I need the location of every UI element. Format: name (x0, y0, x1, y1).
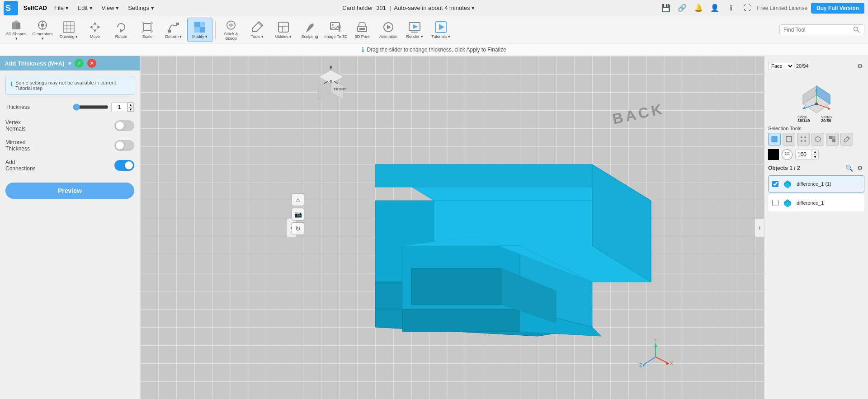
svg-text:Z: Z (639, 363, 642, 368)
sel-paint-btn[interactable] (840, 133, 853, 146)
orientation-cube[interactable]: Edge 38/149 Vertex 20/59 (794, 77, 839, 122)
selection-tools-label: Selection Tools (768, 126, 864, 131)
brush-size-up-button[interactable]: ▲ (812, 150, 818, 155)
menu-settings[interactable]: Settings ▾ (124, 3, 158, 13)
find-tool-input[interactable] (783, 27, 851, 33)
thickness-value-input[interactable] (112, 103, 127, 111)
preview-button[interactable]: Preview (5, 183, 134, 199)
panel-dropdown-arrow[interactable]: ▾ (68, 61, 71, 66)
selection-tools-row (768, 133, 864, 146)
add-connections-slider (114, 160, 134, 171)
panel-body: ℹ Some settings may not be available in … (0, 70, 140, 399)
sel-edge-btn[interactable] (783, 133, 795, 146)
add-connections-toggle[interactable] (114, 160, 134, 171)
brush-size-input[interactable] (796, 150, 811, 159)
tool-utilities[interactable]: Utilities ▾ (271, 18, 296, 42)
tool-scale[interactable]: Scale (135, 18, 160, 42)
tool-3dprint[interactable]: 3D Print (349, 18, 375, 42)
thickness-row: Thickness ▲ ▼ (5, 102, 134, 112)
objects-settings-icon[interactable]: ⚙ (855, 164, 864, 173)
svg-rect-26 (194, 22, 200, 27)
svg-marker-80 (654, 343, 657, 347)
svg-point-6 (41, 23, 44, 26)
tool-rotate[interactable]: Rotate (108, 18, 134, 42)
find-tool-box[interactable] (779, 24, 864, 35)
add-connections-label-text: Add (5, 159, 36, 165)
tool-sculpting[interactable]: Sculpting (297, 18, 322, 42)
svg-marker-18 (120, 29, 123, 33)
objects-list: difference_1 (1) difference_1 (768, 175, 864, 213)
mirrored-thickness-slider (114, 140, 134, 151)
svg-rect-25 (176, 23, 179, 25)
menu-file[interactable]: File ▾ (51, 3, 72, 13)
thickness-down-button[interactable]: ▼ (127, 107, 134, 112)
svg-marker-3 (12, 20, 20, 22)
menu-edit[interactable]: Edit ▾ (74, 3, 96, 13)
info-icon[interactable]: ℹ (725, 2, 737, 14)
thickness-slider[interactable] (72, 103, 108, 111)
sel-vertex-btn[interactable] (797, 133, 810, 146)
warning-icon: ℹ (10, 80, 13, 88)
fullscreen-icon[interactable]: ⛶ (741, 2, 754, 14)
svg-point-111 (785, 154, 786, 155)
tool-tools[interactable]: Tools ▾ (245, 18, 270, 42)
tool-move[interactable]: Move (82, 18, 108, 42)
object-2-checkbox[interactable] (772, 200, 778, 206)
viewport-camera-button[interactable]: 📷 (292, 208, 304, 221)
object-1-checkbox[interactable] (772, 181, 778, 187)
license-text: Free Limited License (757, 5, 807, 11)
menu-view[interactable]: View ▾ (98, 3, 123, 13)
brush-type-dots[interactable] (782, 149, 793, 160)
svg-line-48 (858, 31, 859, 33)
thickness-up-button[interactable]: ▲ (127, 103, 134, 107)
tool-render[interactable]: Render ▾ (402, 18, 427, 42)
viewport-rotate-button[interactable]: ↻ (292, 222, 304, 235)
right-panel-settings-icon[interactable]: ⚙ (855, 60, 864, 72)
add-connections-label: Add Connections (5, 159, 36, 172)
nav-cube[interactable]: FRONT (314, 63, 348, 104)
brush-color-black[interactable] (768, 149, 779, 160)
tool-image-to-3d[interactable]: Image To 3D (323, 18, 349, 42)
buy-full-version-button[interactable]: Buy Full Version (811, 3, 864, 14)
save-icon[interactable]: 💾 (660, 2, 672, 14)
viewport-arrow-right[interactable]: › (755, 219, 764, 237)
svg-text:X: X (670, 361, 673, 366)
tool-modify[interactable]: Modify ▾ (187, 18, 212, 42)
svg-rect-27 (200, 22, 205, 27)
mirrored-thickness-toggle[interactable] (114, 140, 134, 151)
brush-size-down-button[interactable]: ▼ (812, 155, 818, 159)
objects-controls: 🔍 ⚙ (844, 164, 864, 173)
tool-drawing[interactable]: Drawing ▾ (56, 18, 81, 42)
tool-animation[interactable]: Animation (376, 18, 401, 42)
svg-point-36 (332, 24, 334, 26)
main-toolbar: 3D Shapes ▾ Generators ▾ Drawing ▾ Move … (0, 16, 868, 43)
account-icon[interactable]: 👤 (708, 2, 721, 14)
panel-confirm-button[interactable]: ✓ (75, 59, 84, 68)
app-logo[interactable]: S (4, 1, 18, 15)
tool-3dshapes[interactable]: 3D Shapes ▾ (4, 18, 29, 42)
svg-marker-88 (827, 107, 830, 110)
svg-text:20/59: 20/59 (821, 118, 831, 122)
viewport-home-button[interactable]: ⌂ (292, 193, 304, 206)
viewport[interactable]: ‹ › FRONT (140, 56, 764, 399)
tool-tutorials[interactable]: Tutorials ▾ (428, 18, 453, 42)
objects-search-icon[interactable]: 🔍 (844, 164, 854, 173)
svg-marker-41 (387, 25, 391, 29)
face-select[interactable]: Face Edge Vertex (768, 62, 794, 70)
object-item-1[interactable]: difference_1 (1) (768, 175, 864, 192)
objects-header: Objects 1 / 2 🔍 ⚙ (768, 164, 864, 173)
notifications-icon[interactable]: 🔔 (692, 2, 705, 14)
sel-multi-btn[interactable] (826, 133, 839, 146)
tool-deform[interactable]: Deform ▾ (161, 18, 186, 42)
tool-stitch-scoop[interactable]: Stitch & Scoop (218, 18, 244, 42)
panel-close-button[interactable]: ✕ (87, 59, 96, 68)
svg-marker-57 (330, 65, 332, 68)
sel-object-btn[interactable] (811, 133, 824, 146)
share-icon[interactable]: 🔗 (676, 2, 689, 14)
tool-generators[interactable]: Generators ▾ (30, 18, 55, 42)
svg-rect-44 (411, 32, 418, 33)
object-item-2[interactable]: difference_1 (768, 194, 864, 211)
sel-face-btn[interactable] (768, 133, 781, 146)
svg-line-22 (142, 31, 144, 33)
vertex-normals-toggle[interactable] (114, 120, 134, 131)
